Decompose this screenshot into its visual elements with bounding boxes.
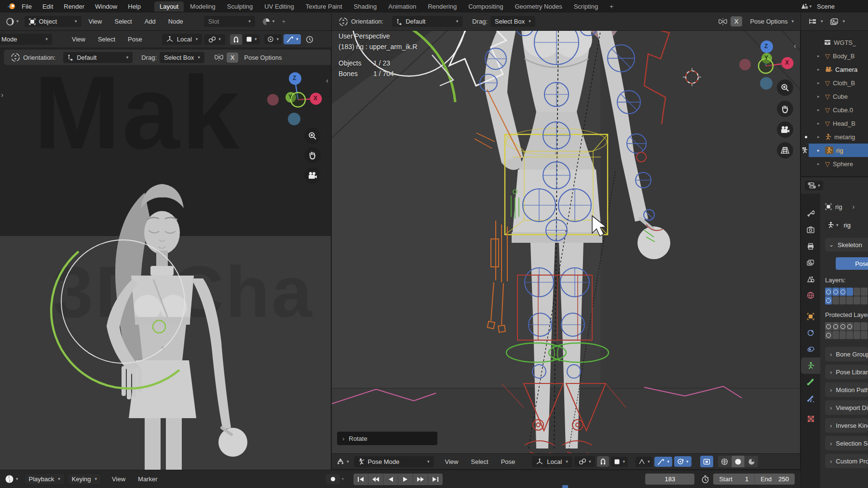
axis-z-label[interactable]: Z bbox=[764, 43, 768, 50]
shading-material-button[interactable] bbox=[745, 456, 759, 467]
pivot-point-dropdown[interactable]: ▾ bbox=[204, 34, 225, 45]
transform-orientation-dropdown[interactable]: Local▾ bbox=[162, 34, 203, 45]
orientation-dropdown[interactable]: Default ▾ bbox=[63, 52, 133, 63]
animate-clock-icon[interactable] bbox=[306, 36, 313, 43]
outliner-item-metarig[interactable]: ▸ metarig bbox=[801, 130, 868, 144]
slot-dropdown[interactable]: Slot▾ bbox=[204, 16, 255, 27]
tab-particles[interactable] bbox=[801, 325, 820, 341]
section-custom-properties[interactable]: ›Custom Properties bbox=[825, 454, 868, 468]
properties-editor-icon[interactable]: ▾ bbox=[805, 181, 823, 190]
camera-view-button[interactable] bbox=[304, 167, 321, 184]
menu-edit[interactable]: Edit bbox=[37, 3, 58, 10]
axis-x-label[interactable]: X bbox=[313, 95, 317, 102]
tab-view-layer[interactable] bbox=[801, 254, 820, 271]
pose-viewport[interactable]: User Perspective (183) rig : upper_arm_i… bbox=[332, 31, 800, 453]
mode-dropdown[interactable]: Mode▾ bbox=[0, 34, 52, 45]
xray-toggle[interactable] bbox=[700, 456, 714, 467]
tab-tool[interactable] bbox=[801, 205, 820, 222]
add-workspace-button[interactable]: + bbox=[604, 1, 619, 12]
mirror-x-toggle[interactable]: X bbox=[227, 53, 239, 63]
skeleton-section-header[interactable]: ⌄ Skeleton bbox=[825, 238, 868, 251]
timeline-playhead[interactable] bbox=[562, 485, 568, 488]
tab-bone[interactable] bbox=[801, 374, 820, 390]
workspace-tab-layout[interactable]: Layout bbox=[154, 1, 184, 12]
workspace-tab-geometry-nodes[interactable]: Geometry Nodes bbox=[509, 1, 567, 12]
pan-hand-button[interactable] bbox=[777, 101, 793, 117]
tab-texture[interactable] bbox=[801, 410, 820, 427]
zoom-button[interactable] bbox=[304, 128, 321, 144]
mirror-x-toggle[interactable]: X bbox=[731, 16, 743, 26]
editor-type-dropdown-icon[interactable]: ▾ bbox=[16, 19, 19, 24]
start-frame-field[interactable]: Start1 bbox=[713, 474, 755, 485]
prev-keyframe-button[interactable] bbox=[368, 474, 383, 485]
axis-z-label[interactable]: Z bbox=[293, 75, 296, 81]
section-bone-groups[interactable]: ›Bone Groups bbox=[825, 347, 868, 361]
editor-type-icon[interactable] bbox=[337, 458, 345, 465]
view-axis-gizmo[interactable]: Z Y X bbox=[265, 67, 328, 130]
workspace-tab-compositing[interactable]: Compositing bbox=[463, 1, 508, 12]
snap-toggle[interactable] bbox=[230, 34, 242, 45]
outliner-filter-icon[interactable] bbox=[830, 18, 839, 26]
jump-to-start-button[interactable] bbox=[353, 474, 368, 485]
end-frame-field[interactable]: End250 bbox=[755, 474, 795, 485]
menu-view[interactable]: View bbox=[83, 18, 108, 25]
workspace-tab-shading[interactable]: Shading bbox=[349, 1, 382, 12]
menu-view[interactable]: View bbox=[107, 475, 131, 483]
snap-target-dropdown[interactable]: ▾ bbox=[243, 34, 260, 44]
menu-render[interactable]: Render bbox=[58, 3, 90, 10]
scene-name[interactable]: Scene bbox=[812, 3, 868, 10]
axis-y-label[interactable]: Y bbox=[288, 93, 292, 100]
axis-y-label[interactable]: Y bbox=[764, 54, 768, 61]
play-reverse-button[interactable] bbox=[383, 474, 398, 485]
proportional-editing-toggle[interactable]: ▾ bbox=[284, 34, 301, 44]
armature-datablock-icon[interactable]: ▾ bbox=[825, 220, 841, 230]
orientation-dropdown[interactable]: Default ▾ bbox=[392, 16, 462, 27]
left-viewport[interactable]: Mak 3D Cha bbox=[0, 48, 332, 470]
workspace-tab-sculpting[interactable]: Sculpting bbox=[222, 1, 258, 12]
workspace-tab-modeling[interactable]: Modeling bbox=[185, 1, 221, 12]
tab-armature-data[interactable] bbox=[801, 357, 820, 374]
pose-mode-button[interactable]: Pose bbox=[836, 257, 868, 270]
axis-x-label[interactable]: X bbox=[785, 59, 789, 66]
layers-grid-row1[interactable] bbox=[825, 288, 868, 296]
keying-menu[interactable]: Keying▾ bbox=[67, 473, 102, 485]
timeline-editor-icon[interactable] bbox=[5, 475, 14, 484]
section-viewport-display[interactable]: ›Viewport Display bbox=[825, 400, 868, 415]
editor-type-icon[interactable] bbox=[6, 17, 14, 26]
menu-select[interactable]: Select bbox=[465, 458, 493, 465]
keying-set-dropdown-icon[interactable]: ▾ bbox=[342, 477, 344, 481]
outliner-item-head[interactable]: ▸▽Head_B bbox=[801, 117, 868, 130]
menu-file[interactable]: File bbox=[16, 3, 37, 10]
drag-dropdown[interactable]: Select Box▾ bbox=[490, 16, 535, 27]
pan-hand-button[interactable] bbox=[304, 147, 321, 163]
section-pose-library[interactable]: ›Pose Library bbox=[825, 365, 868, 379]
menu-help[interactable]: Help bbox=[122, 3, 146, 10]
menu-select[interactable]: Select bbox=[93, 36, 121, 43]
blender-logo-icon[interactable] bbox=[7, 3, 16, 10]
protected-grid-row2[interactable] bbox=[825, 331, 868, 339]
section-motion-paths[interactable]: ›Motion Paths bbox=[825, 382, 868, 397]
new-material-button[interactable]: + bbox=[276, 18, 291, 25]
tab-bone-constraint[interactable] bbox=[801, 390, 820, 407]
protected-grid-row1[interactable] bbox=[825, 322, 868, 330]
menu-select[interactable]: Select bbox=[109, 18, 137, 25]
outliner-display-mode-icon[interactable] bbox=[809, 18, 817, 25]
section-selection-sets[interactable]: ›Selection Sets bbox=[825, 436, 868, 450]
snap-toggle[interactable] bbox=[597, 456, 609, 467]
tab-physics[interactable] bbox=[801, 341, 820, 357]
workspace-tab-animation[interactable]: Animation bbox=[383, 1, 421, 12]
tab-render[interactable] bbox=[801, 222, 820, 238]
transform-orientation-dropdown[interactable]: Local▾ bbox=[532, 456, 572, 467]
outliner-item-camera[interactable]: ▸ Camera bbox=[801, 63, 868, 76]
panel-open-arrow[interactable]: › bbox=[1, 91, 3, 99]
menu-add[interactable]: Add bbox=[139, 18, 161, 25]
mode-dropdown[interactable]: Pose Mode ▾ bbox=[354, 456, 434, 467]
tab-scene[interactable] bbox=[801, 271, 820, 287]
workspace-tab-texture-paint[interactable]: Texture Paint bbox=[300, 1, 348, 12]
outliner-item-cloth[interactable]: ▸▽Cloth_B bbox=[801, 76, 868, 90]
playback-menu[interactable]: Playback▾ bbox=[24, 473, 65, 485]
outliner-item-sphere[interactable]: ▸▽Sphere bbox=[801, 157, 868, 171]
next-keyframe-button[interactable] bbox=[413, 474, 428, 485]
outliner-item-wgts[interactable]: WGTS_ bbox=[801, 36, 868, 49]
shading-solid-button[interactable] bbox=[732, 456, 745, 467]
